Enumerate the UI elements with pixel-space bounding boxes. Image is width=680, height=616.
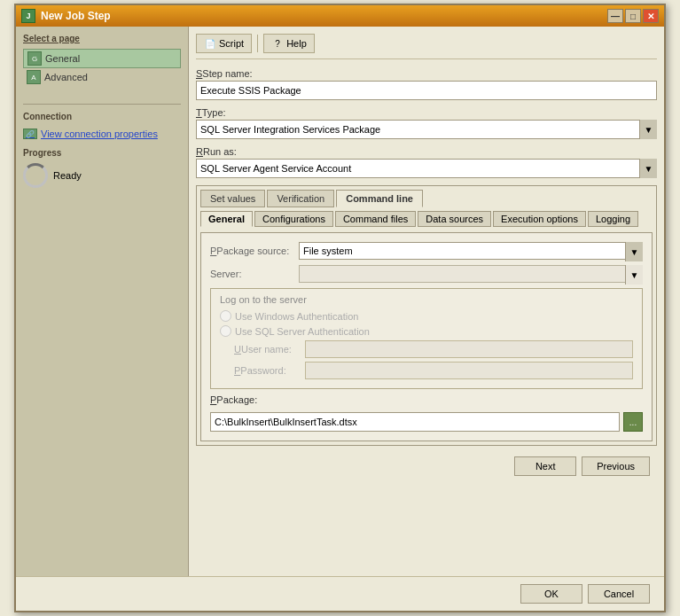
tab-inner-configurations[interactable]: Configurations xyxy=(254,211,333,227)
toolbar-divider xyxy=(257,35,258,52)
title-controls: — □ ✕ xyxy=(607,9,659,23)
server-wrapper: ▼ xyxy=(299,265,643,283)
tab-inner-command-files[interactable]: Command files xyxy=(335,211,416,227)
run-as-select-wrapper: SQL Server Agent Service Account ▼ xyxy=(196,159,657,178)
auth-windows-label: Use Windows Authentication xyxy=(235,311,358,322)
logon-group-title: Log on to the server xyxy=(220,294,633,305)
package-row: ... xyxy=(210,412,643,432)
right-panel: 📄 Script ? Help SStep name: TType xyxy=(189,27,664,576)
main-window: J New Job Step — □ ✕ Select a page G Gen… xyxy=(14,4,666,612)
general-icon: G xyxy=(27,51,42,66)
advanced-icon: A xyxy=(27,70,41,84)
outer-tabs-row: Set values Verification Command line xyxy=(200,190,653,207)
username-row: UUser name: xyxy=(220,340,633,358)
auth-windows-row: Use Windows Authentication xyxy=(220,310,633,322)
connection-section: Connection 🔗 View connection properties xyxy=(23,104,181,139)
connection-title: Connection xyxy=(23,112,181,121)
package-source-label: PPackage source: xyxy=(210,246,299,256)
sidebar-general-label: General xyxy=(45,53,80,64)
title-bar-left: J New Job Step xyxy=(21,9,111,23)
sidebar: Select a page G General A Advanced Conne… xyxy=(16,27,189,576)
run-as-label: RRun as: xyxy=(196,146,657,157)
sidebar-item-advanced[interactable]: A Advanced xyxy=(23,68,181,86)
type-label: TType: xyxy=(196,107,657,118)
step-name-input[interactable] xyxy=(196,81,657,100)
next-button[interactable]: Next xyxy=(514,456,576,476)
maximize-button[interactable]: □ xyxy=(625,9,641,23)
password-input xyxy=(305,362,633,379)
window-icon: J xyxy=(21,9,35,23)
logon-group: Log on to the server Use Windows Authent… xyxy=(210,288,643,389)
ok-button[interactable]: OK xyxy=(520,584,582,604)
auth-windows-radio xyxy=(220,310,231,322)
server-row: Server: ▼ xyxy=(210,265,643,283)
package-source-select[interactable]: File system xyxy=(299,242,643,260)
main-content: Select a page G General A Advanced Conne… xyxy=(16,27,664,576)
script-button[interactable]: 📄 Script xyxy=(196,34,252,53)
server-label: Server: xyxy=(210,269,299,279)
package-label: PPackage: xyxy=(210,394,643,405)
tab-set-values[interactable]: Set values xyxy=(200,190,265,207)
run-as-group: RRun as: SQL Server Agent Service Accoun… xyxy=(196,146,657,178)
inner-tabs-row: General Configurations Command files Dat… xyxy=(200,211,653,227)
step-name-group: SStep name: xyxy=(196,68,657,100)
username-label: UUser name: xyxy=(234,344,305,355)
type-select-wrapper: SQL Server Integration Services Package … xyxy=(196,120,657,139)
window-title: New Job Step xyxy=(41,10,111,22)
progress-spinner xyxy=(23,163,48,188)
minimize-button[interactable]: — xyxy=(607,9,623,23)
tab-inner-data-sources[interactable]: Data sources xyxy=(418,211,491,227)
tab-inner-general[interactable]: General xyxy=(200,211,253,227)
toolbar: 📄 Script ? Help xyxy=(196,34,657,59)
connection-link-icon: 🔗 xyxy=(23,129,37,139)
package-source-row: PPackage source: File system ▼ xyxy=(210,242,643,260)
tab-content: PPackage source: File system ▼ Server: xyxy=(200,232,653,441)
package-source-wrapper: File system ▼ xyxy=(299,242,643,260)
outer-tabs-container: Set values Verification Command line Gen… xyxy=(196,185,657,446)
help-label: Help xyxy=(286,38,307,49)
type-select[interactable]: SQL Server Integration Services Package xyxy=(196,120,657,139)
script-label: Script xyxy=(219,38,244,49)
step-name-label: SStep name: xyxy=(196,68,657,79)
type-group: TType: SQL Server Integration Services P… xyxy=(196,107,657,139)
view-connection-label: View connection properties xyxy=(41,129,158,139)
progress-status: Ready xyxy=(53,170,82,181)
sidebar-item-general[interactable]: G General xyxy=(23,49,181,68)
password-row: PPassword: xyxy=(220,362,633,379)
help-icon: ? xyxy=(271,37,284,50)
tab-inner-logging[interactable]: Logging xyxy=(588,211,638,227)
auth-sql-radio xyxy=(220,325,231,337)
title-bar: J New Job Step — □ ✕ xyxy=(16,5,664,27)
navigation-buttons: Next Previous xyxy=(196,446,657,483)
progress-section: Progress Ready xyxy=(23,148,181,188)
cancel-button[interactable]: Cancel xyxy=(588,584,650,604)
close-button[interactable]: ✕ xyxy=(643,9,659,23)
tab-verification[interactable]: Verification xyxy=(267,190,334,207)
action-buttons: OK Cancel xyxy=(16,576,664,611)
progress-title: Progress xyxy=(23,148,181,158)
run-as-select[interactable]: SQL Server Agent Service Account xyxy=(196,159,657,178)
view-connection-link[interactable]: 🔗 View connection properties xyxy=(23,129,181,139)
package-group: PPackage: ... xyxy=(210,394,643,432)
password-label: PPassword: xyxy=(234,365,305,376)
server-select xyxy=(299,265,643,283)
auth-sql-label: Use SQL Server Authentication xyxy=(235,326,370,337)
script-icon: 📄 xyxy=(204,37,216,50)
tab-command-line[interactable]: Command line xyxy=(336,190,423,207)
progress-indicator: Ready xyxy=(23,163,181,188)
package-input[interactable] xyxy=(210,412,620,432)
sidebar-title: Select a page xyxy=(23,34,181,43)
help-button[interactable]: ? Help xyxy=(263,34,315,53)
browse-button[interactable]: ... xyxy=(623,412,643,432)
auth-sql-row: Use SQL Server Authentication xyxy=(220,325,633,337)
tab-inner-execution-options[interactable]: Execution options xyxy=(493,211,586,227)
username-input xyxy=(305,340,633,358)
previous-button[interactable]: Previous xyxy=(582,456,650,476)
sidebar-advanced-label: Advanced xyxy=(44,72,88,82)
